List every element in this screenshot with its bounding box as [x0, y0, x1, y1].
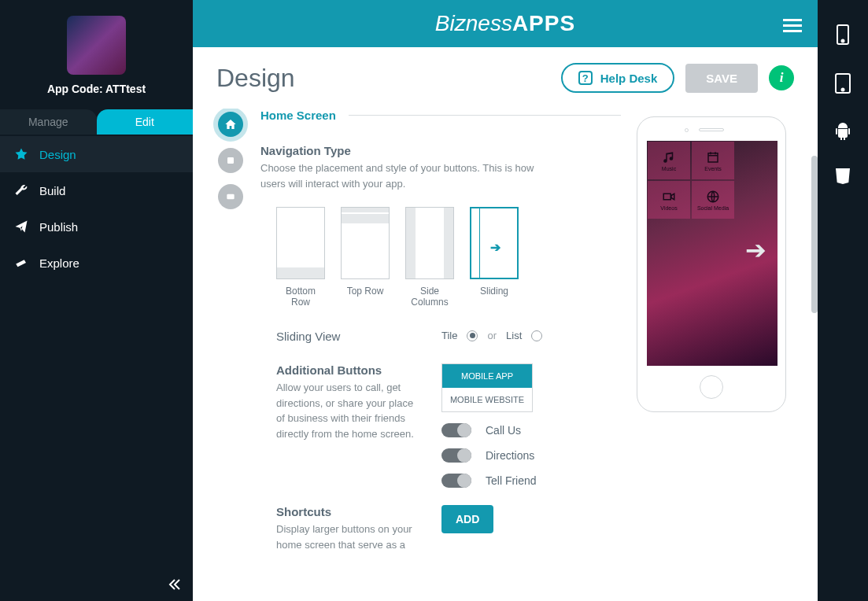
- device-iphone-icon[interactable]: [835, 24, 851, 49]
- navigation-type-block: Navigation Type Choose the placement and…: [260, 144, 621, 308]
- nav-label: Build: [39, 184, 65, 197]
- nav-label: Design: [39, 148, 76, 161]
- content-area: Home Screen Navigation Type Choose the p…: [193, 109, 818, 601]
- form-column: Home Screen Navigation Type Choose the p…: [260, 109, 621, 577]
- main-panel: BiznessAPPS Design ? Help Desk SAVE i: [193, 0, 818, 601]
- device-html5-icon[interactable]: [834, 167, 851, 189]
- nav-build[interactable]: Build: [0, 172, 193, 208]
- sliding-view-label: Sliding View: [276, 330, 418, 343]
- svg-point-4: [842, 40, 844, 42]
- design-icon: [14, 147, 28, 161]
- additional-buttons-row: Additional Buttons Allow your users to c…: [276, 363, 621, 488]
- toggle-switch[interactable]: [441, 474, 471, 488]
- device-android-icon[interactable]: [834, 121, 851, 143]
- sliding-view-row: Sliding View Tile or List: [276, 330, 621, 346]
- tab-manage[interactable]: Manage: [0, 109, 97, 135]
- tile-events[interactable]: Events: [692, 142, 734, 179]
- help-desk-button[interactable]: ? Help Desk: [561, 63, 675, 93]
- additional-desc: Allow your users to call, get directions…: [276, 380, 418, 441]
- tab-edit[interactable]: Edit: [97, 109, 194, 135]
- nav-type-heading: Navigation Type: [260, 144, 621, 157]
- add-shortcut-button[interactable]: ADD: [441, 505, 493, 533]
- nav-type-desc: Choose the placement and style of your b…: [260, 160, 560, 191]
- toggle-directions: Directions: [441, 448, 621, 463]
- nav-explore[interactable]: Explore: [0, 245, 193, 281]
- step-2-icon[interactable]: [218, 148, 243, 173]
- sidebar-tabs: Manage Edit: [0, 109, 193, 135]
- header-actions: ? Help Desk SAVE i: [561, 63, 794, 93]
- save-button[interactable]: SAVE: [685, 64, 758, 93]
- toggle-switch[interactable]: [441, 448, 471, 463]
- info-button[interactable]: i: [769, 65, 794, 90]
- nav-type-sliding[interactable]: ➔ Sliding: [470, 207, 519, 308]
- radio-list[interactable]: [531, 330, 542, 341]
- nav-type-side-columns[interactable]: Side Columns: [405, 207, 454, 308]
- music-icon: [661, 150, 677, 164]
- platform-tabs: MOBILE APP MOBILE WEBSITE: [441, 363, 533, 412]
- slide-arrow-icon[interactable]: ➔: [745, 235, 766, 265]
- globe-icon: [705, 190, 721, 204]
- tile-grid: Music Events Videos: [647, 141, 735, 219]
- shortcuts-heading: Shortcuts: [276, 505, 418, 518]
- phone-speaker: [699, 128, 724, 131]
- phone-preview: Music Events Videos: [637, 116, 786, 412]
- question-icon: ?: [578, 71, 593, 85]
- preview-column: Music Events Videos: [637, 109, 794, 577]
- svg-rect-1: [227, 194, 234, 200]
- device-rail: [818, 0, 868, 601]
- wrench-icon: [14, 183, 28, 197]
- phone-camera: [685, 128, 689, 132]
- app-code-label: App Code: ATTtest: [0, 83, 193, 95]
- shortcuts-row: Shortcuts Display larger buttons on your…: [276, 505, 621, 552]
- section-title: Home Screen: [260, 109, 336, 122]
- device-ipad-icon[interactable]: [833, 72, 852, 98]
- svg-rect-0: [227, 157, 234, 164]
- svg-point-6: [842, 89, 844, 91]
- toggle-switch[interactable]: [441, 423, 471, 437]
- additional-heading: Additional Buttons: [276, 363, 418, 377]
- toggle-call-us: Call Us: [441, 423, 621, 437]
- scrollbar[interactable]: [811, 156, 818, 313]
- divider: [349, 115, 621, 116]
- step-3-icon[interactable]: [218, 184, 243, 209]
- brand-logo: BiznessAPPS: [435, 11, 575, 36]
- paper-plane-icon: [14, 219, 28, 234]
- page-title: Design: [216, 64, 295, 93]
- tile-music[interactable]: Music: [648, 142, 690, 179]
- nav-type-bottom-row[interactable]: Bottom Row: [276, 207, 325, 308]
- nav-type-options: Bottom Row Top Row Side Columns ➔ Sl: [276, 207, 621, 308]
- tile-social[interactable]: Social Media: [692, 181, 734, 219]
- toggle-tell-friend: Tell Friend: [441, 474, 621, 488]
- phone-screen: Music Events Videos: [647, 141, 778, 366]
- step-home-icon[interactable]: [218, 112, 243, 137]
- calendar-icon: [705, 150, 721, 164]
- left-sidebar: App Code: ATTtest Manage Edit Design Bui…: [0, 0, 193, 601]
- section-header: Home Screen: [260, 109, 621, 122]
- nav-label: Explore: [39, 256, 79, 270]
- arrow-right-icon: ➔: [490, 240, 500, 255]
- nav-type-top-row[interactable]: Top Row: [341, 207, 390, 308]
- tab-mobile-app[interactable]: MOBILE APP: [442, 364, 532, 388]
- topbar: BiznessAPPS: [193, 0, 818, 47]
- sliding-view-radios: Tile or List: [441, 330, 621, 341]
- shortcuts-desc: Display larger buttons on your home scre…: [276, 522, 418, 552]
- step-indicator: [216, 109, 245, 577]
- tab-mobile-website[interactable]: MOBILE WEBSITE: [442, 388, 532, 411]
- nav-label: Publish: [39, 220, 78, 234]
- telescope-icon: [14, 256, 28, 270]
- video-icon: [661, 190, 677, 204]
- phone-home-button: [700, 375, 723, 399]
- hamburger-menu-icon[interactable]: [783, 16, 802, 35]
- app-thumbnail[interactable]: [67, 16, 126, 75]
- nav-design[interactable]: Design: [0, 136, 193, 172]
- radio-tile[interactable]: [467, 330, 478, 341]
- nav-publish[interactable]: Publish: [0, 208, 193, 245]
- sidebar-nav: Design Build Publish Explore: [0, 135, 193, 281]
- tile-videos[interactable]: Videos: [648, 181, 690, 219]
- page-header: Design ? Help Desk SAVE i: [193, 47, 818, 109]
- collapse-sidebar-icon[interactable]: [168, 579, 182, 593]
